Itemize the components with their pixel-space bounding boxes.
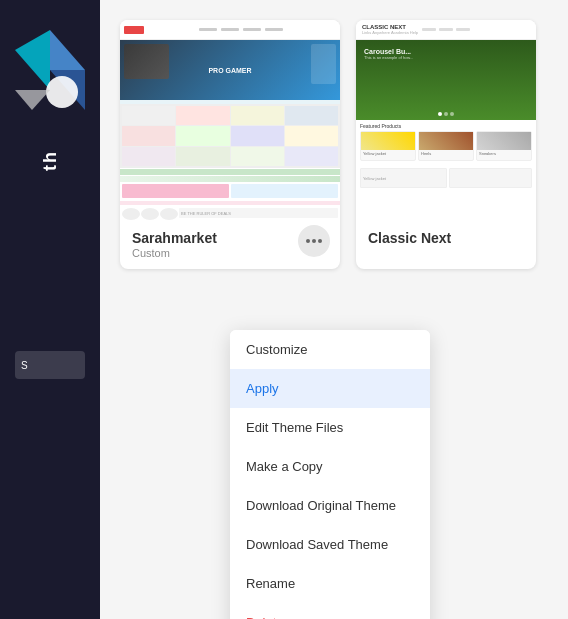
classic-next-thumbnail: CLASSIC NEXT Links Anywhere Academia Hel… [356,20,536,220]
classic-next-footer: Classic Next [356,220,536,256]
classic-header-sub: Links Anywhere Academia Help [362,30,418,35]
svg-marker-2 [15,30,50,90]
main-content: PRO GAMER [100,0,568,619]
logo-graphic [10,20,90,140]
sarahmarket-badge: Custom [132,247,217,259]
dropdown-menu: Customize Apply Edit Theme Files Make a … [230,330,430,619]
svg-marker-0 [50,30,85,70]
sidebar-title: th [40,150,61,171]
dots-icon [312,239,316,243]
classic-featured-label: Featured Products [360,123,532,129]
classic-next-name: Classic Next [368,230,451,246]
dropdown-item-make-a-copy[interactable]: Make a Copy [230,447,430,486]
dots-icon [306,239,310,243]
theme-card-sarahmarket: PRO GAMER [120,20,340,269]
sarahmarket-name: Sarahmarket [132,230,217,246]
dropdown-item-edit-theme-files[interactable]: Edit Theme Files [230,408,430,447]
theme-card-classic-next: CLASSIC NEXT Links Anywhere Academia Hel… [356,20,536,269]
sidebar: th [0,0,100,619]
sarahmarket-options-button[interactable] [298,225,330,257]
dots-icon [318,239,322,243]
dropdown-item-apply[interactable]: Apply [230,369,430,408]
dropdown-item-delete[interactable]: Delete [230,603,430,619]
sarah-logo [124,26,144,34]
dropdown-item-customize[interactable]: Customize [230,330,430,369]
sarahmarket-thumbnail: PRO GAMER [120,20,340,220]
svg-point-3 [46,76,78,108]
sidebar-search-input[interactable] [15,351,85,379]
svg-marker-4 [15,90,50,110]
classic-carousel-sub: This is an example of how... [364,55,413,60]
dropdown-item-download-original-theme[interactable]: Download Original Theme [230,486,430,525]
dropdown-item-rename[interactable]: Rename [230,564,430,603]
classic-hero-title: Carousel Bu... [364,48,413,55]
dropdown-item-download-saved-theme[interactable]: Download Saved Theme [230,525,430,564]
themes-row: PRO GAMER [120,20,548,269]
